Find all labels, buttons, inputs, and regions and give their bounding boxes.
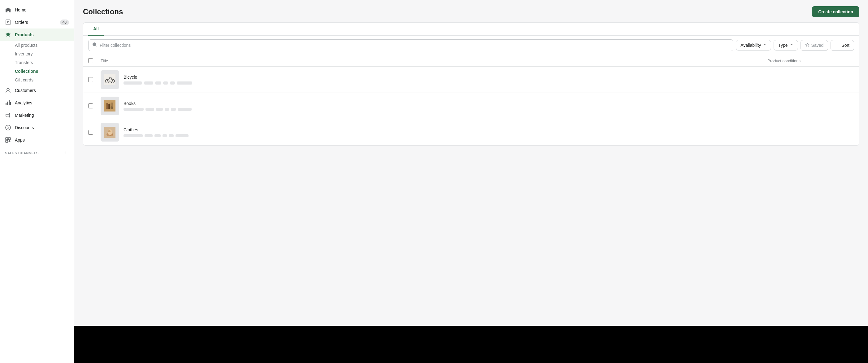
collection-row-clothes[interactable]: Clothes [83,119,859,145]
svg-rect-6 [9,100,9,105]
sidebar-item-discounts[interactable]: Discounts [0,121,74,134]
orders-icon [5,19,11,25]
svg-point-30 [108,130,110,132]
svg-rect-4 [6,103,6,105]
books-skeleton [124,108,767,111]
bicycle-skeleton [124,82,767,85]
sidebar-discounts-label: Discounts [15,125,34,130]
search-wrap [88,39,733,51]
sidebar-marketing-label: Marketing [15,113,34,118]
tabs-bar: All [83,23,859,36]
collection-row-books[interactable]: Books [83,93,859,119]
svg-rect-12 [8,138,10,140]
skeleton-bar [171,108,176,111]
sidebar-item-home[interactable]: Home [0,4,74,16]
skeleton-bar [170,82,175,85]
sidebar-orders-label: Orders [15,20,28,25]
skeleton-bar [124,82,142,85]
customers-icon [5,87,11,94]
books-info: Books [124,101,767,111]
svg-rect-13 [6,140,8,143]
collection-row-bicycle[interactable]: Bicycle [83,67,859,93]
sidebar-apps-label: Apps [15,138,25,143]
availability-chevron-icon [763,43,767,48]
bicycle-checkbox[interactable] [88,77,93,82]
sidebar-item-apps[interactable]: Apps [0,134,74,146]
clothes-info: Clothes [124,127,767,137]
availability-filter-button[interactable]: Availability [736,40,771,51]
create-collection-button[interactable]: Create collection [812,6,859,17]
sidebar-item-orders[interactable]: Orders 40 [0,16,74,29]
skeleton-bar [154,134,161,137]
skeleton-bar [169,134,174,137]
sidebar-home-label: Home [15,7,26,12]
sidebar-analytics-label: Analytics [15,100,32,105]
skeleton-bar [156,108,163,111]
sort-button[interactable]: Sort [831,40,854,51]
page-title: Collections [83,7,123,16]
type-label: Type [778,43,787,48]
bicycle-info: Bicycle [124,74,767,85]
skeleton-bar [145,134,153,137]
books-image [101,97,119,115]
table-header: Title Product conditions [83,55,859,67]
products-icon [5,32,11,38]
clothes-checkbox[interactable] [88,130,93,135]
bicycle-name: Bicycle [124,74,767,80]
sort-icon [835,43,839,48]
column-title: Title [101,59,767,63]
sidebar-item-customers[interactable]: Customers [0,84,74,97]
svg-rect-24 [106,103,106,109]
sidebar-sub-inventory[interactable]: Inventory [0,50,74,58]
svg-rect-0 [6,20,10,25]
discounts-icon [5,124,11,131]
apps-icon [5,137,11,143]
books-name: Books [124,101,767,106]
clothes-skeleton [124,134,767,137]
svg-point-9 [7,127,8,127]
svg-point-18 [107,81,107,82]
skeleton-bar [162,134,167,137]
books-checkbox[interactable] [88,103,93,109]
home-icon [5,7,11,13]
add-sales-channel-button[interactable]: + [63,150,69,156]
skeleton-bar [178,108,192,111]
skeleton-bar [146,108,154,111]
bottom-bar [74,326,868,363]
clothes-name: Clothes [124,127,767,132]
sidebar-sub-transfers[interactable]: Transfers [0,58,74,67]
sidebar-item-products[interactable]: Products [0,29,74,41]
sidebar-sub-gift-cards[interactable]: Gift cards [0,75,74,84]
type-filter-button[interactable]: Type [774,40,798,51]
svg-point-26 [111,106,113,109]
svg-rect-5 [7,101,8,105]
select-all-checkbox[interactable] [88,58,93,63]
sidebar-item-analytics[interactable]: Analytics [0,97,74,109]
skeleton-bar [163,82,168,85]
page-header: Collections Create collection [74,0,868,22]
filter-bar: Availability Type Saved [83,36,859,55]
clothes-image [101,123,119,142]
sidebar-item-marketing[interactable]: Marketing [0,109,74,121]
saved-button[interactable]: Saved [801,40,828,51]
skeleton-bar [176,134,188,137]
collections-panel: All Availability Type [83,22,859,146]
saved-label: Saved [811,43,824,48]
availability-label: Availability [741,43,761,48]
column-product-conditions: Product conditions [767,59,854,63]
sort-label: Sort [841,43,849,48]
svg-point-17 [109,81,110,82]
skeleton-bar [124,108,144,111]
bicycle-image [101,70,119,89]
search-icon [92,42,97,48]
skeleton-bar [144,82,153,85]
star-icon [805,43,809,48]
sidebar-sub-collections[interactable]: Collections [0,67,74,75]
tab-all[interactable]: All [88,23,104,36]
skeleton-bar [155,82,161,85]
sidebar-customers-label: Customers [15,88,36,93]
search-input[interactable] [100,43,729,48]
svg-rect-11 [6,138,8,140]
sidebar-sub-all-products[interactable]: All products [0,41,74,50]
svg-rect-21 [106,103,108,109]
